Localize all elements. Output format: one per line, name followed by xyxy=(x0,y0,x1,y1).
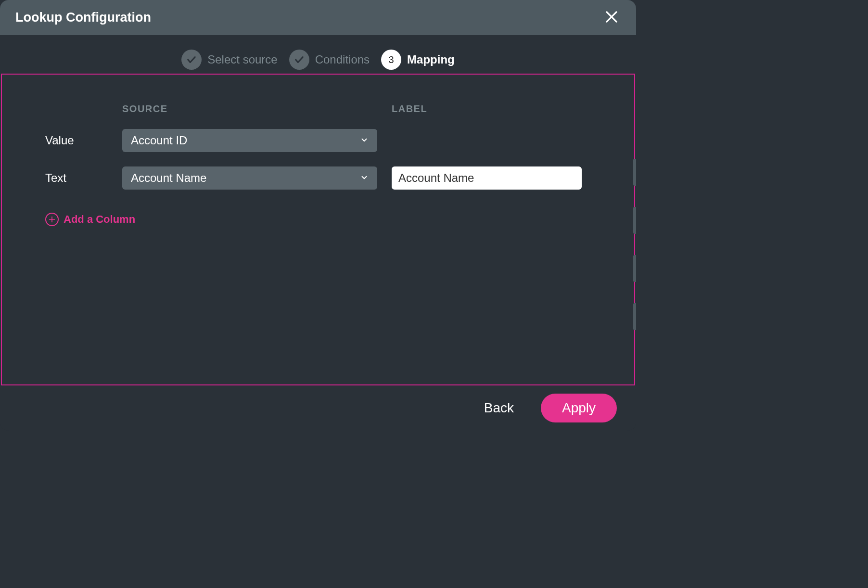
select-value: Account ID xyxy=(131,134,187,147)
row-label-value: Value xyxy=(45,134,122,147)
column-header-source: SOURCE xyxy=(122,103,377,115)
check-icon xyxy=(181,50,202,70)
add-column-label: Add a Column xyxy=(64,213,135,226)
step-conditions[interactable]: Conditions xyxy=(289,50,370,70)
step-number: 3 xyxy=(381,50,401,70)
step-label: Conditions xyxy=(315,53,370,66)
decorative-stripes xyxy=(633,159,636,330)
check-icon xyxy=(289,50,309,70)
step-label: Mapping xyxy=(407,53,455,66)
modal-header: Lookup Configuration xyxy=(0,0,636,35)
apply-button[interactable]: Apply xyxy=(541,394,617,422)
select-value: Account Name xyxy=(131,171,206,185)
close-icon xyxy=(604,10,619,26)
value-source-select[interactable]: Account ID xyxy=(122,129,377,152)
back-button[interactable]: Back xyxy=(474,396,523,421)
modal-title: Lookup Configuration xyxy=(15,10,151,25)
text-source-select[interactable]: Account Name xyxy=(122,166,377,190)
column-header-label: LABEL xyxy=(392,103,582,115)
chevron-down-icon xyxy=(360,134,369,147)
add-column-button[interactable]: Add a Column xyxy=(45,213,135,226)
row-label-text: Text xyxy=(45,171,122,185)
step-label: Select source xyxy=(207,53,277,66)
text-label-input[interactable] xyxy=(392,166,582,190)
wizard-stepper: Select source Conditions 3 Mapping xyxy=(0,35,636,74)
step-mapping[interactable]: 3 Mapping xyxy=(381,50,455,70)
chevron-down-icon xyxy=(360,171,369,185)
modal-footer: Back Apply xyxy=(0,385,636,431)
close-button[interactable] xyxy=(602,8,621,27)
step-select-source[interactable]: Select source xyxy=(181,50,277,70)
lookup-configuration-modal: Lookup Configuration Select source xyxy=(0,0,636,431)
mapping-panel: SOURCE LABEL Value Account ID Text Accou… xyxy=(1,74,635,385)
plus-circle-icon xyxy=(45,213,59,226)
